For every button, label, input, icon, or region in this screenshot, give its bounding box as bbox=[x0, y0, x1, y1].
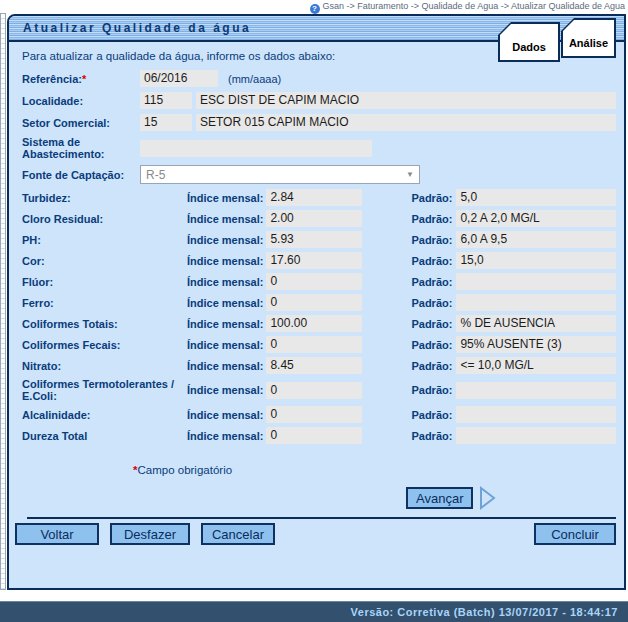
tab-analise[interactable]: Análise bbox=[561, 18, 616, 58]
monthly-index-input[interactable]: 8.45 bbox=[266, 357, 362, 374]
capture-source-value: R-5 bbox=[146, 168, 165, 182]
standard-field[interactable]: 15,0 bbox=[456, 252, 616, 269]
standard-label: Padrão: bbox=[411, 318, 452, 330]
locality-code-input[interactable]: 115 bbox=[140, 92, 192, 109]
supply-system-field[interactable] bbox=[140, 140, 372, 157]
cancel-button[interactable]: Cancelar bbox=[201, 523, 275, 545]
standard-field[interactable]: 95% AUSENTE (3) bbox=[456, 336, 616, 353]
standard-label: Padrão: bbox=[411, 276, 452, 288]
breadcrumb-text: Gsan -> Faturamento -> Qualidade de Agua… bbox=[323, 1, 625, 11]
standard-label: Padrão: bbox=[411, 234, 452, 246]
standard-field[interactable]: 5,0 bbox=[456, 189, 616, 206]
reference-input[interactable]: 06/2016 bbox=[140, 70, 218, 87]
reference-label-text: Referência: bbox=[22, 73, 82, 85]
param-label: Cor: bbox=[22, 255, 187, 267]
commercial-sector-row: Setor Comercial: 15 SETOR 015 CAPIM MACI… bbox=[22, 114, 618, 131]
standard-field[interactable] bbox=[456, 427, 616, 444]
param-label: Coliformes Termotolerantes / E.Coli: bbox=[22, 378, 187, 402]
monthly-index-label: Índice mensal: bbox=[187, 213, 263, 225]
standard-field[interactable] bbox=[456, 294, 616, 311]
locality-label: Localidade: bbox=[22, 95, 140, 107]
breadcrumb: ?Gsan -> Faturamento -> Qualidade de Agu… bbox=[0, 0, 628, 13]
param-label: Ferro: bbox=[22, 297, 187, 309]
monthly-index-label: Índice mensal: bbox=[187, 339, 263, 351]
gsan-app: ?Gsan -> Faturamento -> Qualidade de Agu… bbox=[0, 0, 628, 622]
tab-dados[interactable]: Dados bbox=[498, 22, 560, 62]
button-separator-line bbox=[27, 517, 616, 519]
standard-label: Padrão: bbox=[411, 255, 452, 267]
advance-row: Avançar bbox=[406, 486, 618, 510]
standard-label: Padrão: bbox=[411, 297, 452, 309]
monthly-index-input[interactable]: 100.00 bbox=[266, 315, 362, 332]
locality-row: Localidade: 115 ESC DIST DE CAPIM MACIO bbox=[22, 92, 618, 109]
form-body: Para atualizar a qualidade da água, info… bbox=[9, 44, 624, 588]
param-row-coliformes-fecais: Coliformes Fecais: Índice mensal: 0 Padr… bbox=[22, 336, 618, 353]
param-label: Coliformes Totais: bbox=[22, 318, 187, 330]
param-row-ferro: Ferro: Índice mensal: 0 Padrão: bbox=[22, 294, 618, 311]
monthly-index-label: Índice mensal: bbox=[187, 318, 263, 330]
standard-field[interactable]: % DE AUSENCIA bbox=[456, 315, 616, 332]
capture-source-row: Fonte de Captação: R-5 ▼ bbox=[22, 165, 618, 184]
standard-label: Padrão: bbox=[411, 192, 452, 204]
monthly-index-input[interactable]: 0 bbox=[266, 294, 362, 311]
monthly-index-input[interactable]: 2.00 bbox=[266, 210, 362, 227]
monthly-index-input[interactable]: 2.84 bbox=[266, 189, 362, 206]
param-row-nitrato: Nitrato: Índice mensal: 8.45 Padrão: <= … bbox=[22, 357, 618, 374]
update-water-quality-window: Atualizar Qualidade da água Dados Anális… bbox=[7, 14, 626, 590]
window-frame-edge bbox=[0, 13, 6, 590]
commercial-sector-code-input[interactable]: 15 bbox=[140, 114, 192, 131]
required-note-text: Campo obrigatório bbox=[137, 464, 232, 476]
param-label: Turbidez: bbox=[22, 192, 187, 204]
action-buttons-row: Voltar Desfazer Cancelar Concluir bbox=[15, 523, 616, 545]
param-label: Alcalinidade: bbox=[22, 409, 187, 421]
param-row-alcalinidade: Alcalinidade: Índice mensal: 0 Padrão: bbox=[22, 406, 618, 423]
param-label: Coliformes Fecais: bbox=[22, 339, 187, 351]
reference-format-hint: (mm/aaaa) bbox=[228, 73, 281, 85]
standard-field[interactable] bbox=[456, 382, 616, 399]
advance-button[interactable]: Avançar bbox=[406, 487, 473, 509]
param-row-ph: PH: Índice mensal: 5.93 Padrão: 6,0 A 9,… bbox=[22, 231, 618, 248]
commercial-sector-name-field[interactable]: SETOR 015 CAPIM MACIO bbox=[196, 114, 616, 131]
capture-source-select[interactable]: R-5 ▼ bbox=[140, 165, 420, 184]
required-field-note: *Campo obrigatório bbox=[133, 464, 618, 476]
monthly-index-input[interactable]: 0 bbox=[266, 427, 362, 444]
standard-field[interactable]: 0,2 A 2,0 MG/L bbox=[456, 210, 616, 227]
tab-analise-label: Análise bbox=[563, 20, 614, 56]
tab-dados-label: Dados bbox=[500, 24, 558, 60]
param-label: Dureza Total bbox=[22, 430, 187, 442]
monthly-index-input[interactable]: 0 bbox=[266, 406, 362, 423]
monthly-index-label: Índice mensal: bbox=[187, 384, 263, 396]
monthly-index-label: Índice mensal: bbox=[187, 360, 263, 372]
finish-button[interactable]: Concluir bbox=[534, 523, 616, 545]
standard-label: Padrão: bbox=[411, 409, 452, 421]
dropdown-arrow-icon: ▼ bbox=[406, 170, 414, 179]
standard-field[interactable] bbox=[456, 273, 616, 290]
back-button[interactable]: Voltar bbox=[15, 523, 99, 545]
param-row-turbidez: Turbidez: Índice mensal: 2.84 Padrão: 5,… bbox=[22, 189, 618, 206]
standard-field[interactable]: 6,0 A 9,5 bbox=[456, 231, 616, 248]
monthly-index-input[interactable]: 5.93 bbox=[266, 231, 362, 248]
monthly-index-label: Índice mensal: bbox=[187, 409, 263, 421]
monthly-index-label: Índice mensal: bbox=[187, 192, 263, 204]
monthly-index-input[interactable]: 0 bbox=[266, 336, 362, 353]
version-text: Versão: Corretiva (Batch) 13/07/2017 - 1… bbox=[351, 606, 618, 618]
footer-bar: Versão: Corretiva (Batch) 13/07/2017 - 1… bbox=[0, 601, 628, 622]
monthly-index-input[interactable]: 0 bbox=[266, 382, 362, 399]
monthly-index-input[interactable]: 17.60 bbox=[266, 252, 362, 269]
standard-label: Padrão: bbox=[411, 213, 452, 225]
advance-arrow-icon[interactable] bbox=[479, 486, 497, 510]
help-icon[interactable]: ? bbox=[310, 4, 320, 14]
standard-label: Padrão: bbox=[411, 339, 452, 351]
standard-label: Padrão: bbox=[411, 430, 452, 442]
param-row-coliformes-termotolerantes: Coliformes Termotolerantes / E.Coli: Índ… bbox=[22, 378, 618, 402]
undo-button[interactable]: Desfazer bbox=[110, 523, 190, 545]
standard-field[interactable]: <= 10,0 MG/L bbox=[456, 357, 616, 374]
locality-name-field[interactable]: ESC DIST DE CAPIM MACIO bbox=[196, 92, 616, 109]
param-label: Flúor: bbox=[22, 276, 187, 288]
commercial-sector-label: Setor Comercial: bbox=[22, 117, 140, 129]
param-row-fluor: Flúor: Índice mensal: 0 Padrão: bbox=[22, 273, 618, 290]
monthly-index-label: Índice mensal: bbox=[187, 255, 263, 267]
monthly-index-input[interactable]: 0 bbox=[266, 273, 362, 290]
supply-system-label: Sistema de Abastecimento: bbox=[22, 136, 140, 160]
standard-field[interactable] bbox=[456, 406, 616, 423]
